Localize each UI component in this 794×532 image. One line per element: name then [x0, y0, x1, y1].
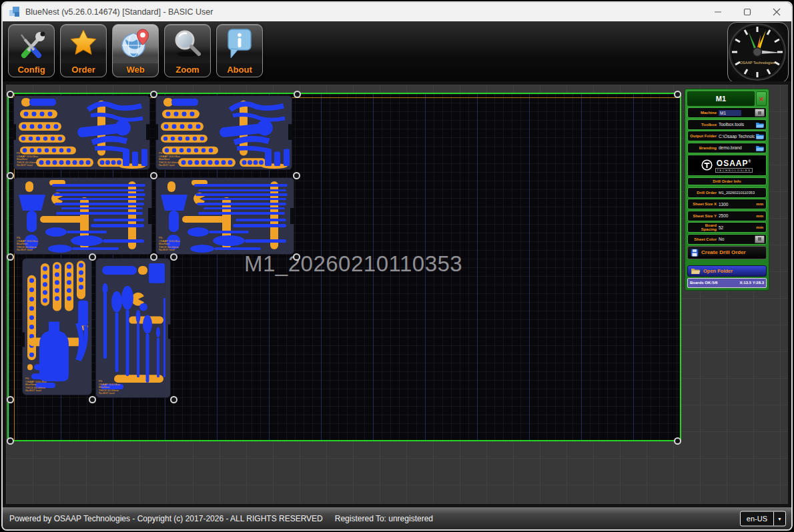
magnifier-icon: [172, 27, 203, 61]
foam-board-2[interactable]: P6:OSAAP 1010 BasBlueNestTHICK 60.00mmNo…: [155, 95, 292, 170]
minimize-button[interactable]: [703, 3, 733, 21]
zoom-button[interactable]: Zoom: [164, 24, 211, 77]
selection-handle[interactable]: [7, 172, 14, 179]
osaap-brand-logo: OSAAP® TECHNOLOGIES: [687, 155, 767, 176]
selection-handle[interactable]: [150, 253, 157, 261]
sheet-color-label: Sheet Color: [689, 237, 719, 241]
selection-handle[interactable]: [293, 172, 300, 179]
maximize-button[interactable]: [733, 3, 762, 21]
selection-handle[interactable]: [170, 396, 177, 403]
nesting-canvas[interactable]: P6:OSAAP 1010 BasBlueNestTHICK 60.00mmNo…: [6, 85, 788, 504]
floppy-disk-icon: [691, 249, 699, 257]
output-folder-row: Output Folder C:\Osaap Technologies: [687, 131, 767, 141]
zoom-label: Zoom: [165, 63, 210, 77]
selection-handle[interactable]: [674, 91, 681, 98]
main-area: P6:OSAAP 1010 BasBlueNestTHICK 60.00mmNo…: [3, 81, 791, 507]
foam-board-3[interactable]: P6:OSAAP 1010 BasBlueNestTHICK 60.00mmNo…: [13, 177, 152, 255]
board-meta-text: P6:OSAAP 1010 BasBlueNestTHICK 60.00mmNo…: [17, 152, 38, 167]
selection-handle[interactable]: [150, 172, 157, 179]
brand-sub: TECHNOLOGIES: [715, 168, 753, 173]
sheet-size-x-unit: mm: [755, 202, 765, 206]
close-icon: [773, 8, 781, 16]
create-drill-order-button[interactable]: Create Drill Order: [687, 246, 767, 259]
star-icon: [68, 27, 99, 61]
board-spacing-field[interactable]: 52: [719, 225, 755, 230]
selection-handle[interactable]: [7, 396, 14, 403]
board-spacing-row: Board Spacing 52 mm: [687, 222, 767, 233]
window-title: BlueNest (v5.26.0.14674) [Standard] - BA…: [25, 7, 213, 17]
web-button[interactable]: Web: [112, 24, 159, 77]
selection-handle[interactable]: [674, 437, 681, 445]
selection-handle[interactable]: [89, 396, 96, 403]
about-label: About: [217, 63, 262, 77]
selection-handle[interactable]: [294, 91, 301, 98]
copyright-text: Powered by OSAAP Technologies - Copyrigh…: [9, 514, 323, 523]
foam-board-5[interactable]: P6:OSAAP 1010 BasBlueNestTHICK 60.00mmNo…: [22, 258, 92, 395]
panel-title: M1: [687, 91, 755, 106]
branding-row: Branding demo.brand: [687, 143, 767, 153]
board-meta-text: P6:OSAAP 1010 BasBlueNestTHICK 60.00mmNo…: [25, 377, 47, 393]
panel-close-button[interactable]: ✕: [756, 91, 767, 106]
globe-pin-icon: [120, 27, 151, 61]
order-button[interactable]: Order: [60, 24, 107, 77]
boards-ok-status: Boards OK:5/6: [690, 281, 718, 285]
board-spacing-unit: mm: [755, 225, 765, 229]
sheet-color-row: Sheet Color No: [687, 234, 767, 245]
output-folder-browse-button[interactable]: [755, 133, 765, 139]
order-label: Order: [61, 63, 106, 77]
machine-row: Machine M1: [687, 107, 767, 118]
branding-browse-button[interactable]: [755, 145, 765, 151]
status-bar: Powered by OSAAP Technologies - Copyrigh…: [3, 507, 791, 529]
close-button[interactable]: [762, 3, 791, 21]
toolbox-label: Toolbox: [689, 123, 719, 127]
machine-select[interactable]: M1: [719, 110, 741, 116]
board-spacing-label: Board Spacing: [689, 223, 719, 231]
title-bar: BlueNest (v5.26.0.14674) [Standard] - BA…: [3, 3, 791, 21]
gauge-icon: OSAAP Technologies: [728, 23, 787, 81]
sheet-size-x-row: Sheet Size X 1300 mm: [687, 199, 767, 209]
toolbox-field[interactable]: Toolbox.tools: [719, 122, 755, 127]
about-button[interactable]: About: [216, 24, 263, 77]
minimize-icon: [714, 8, 722, 16]
selection-handle[interactable]: [150, 91, 157, 98]
maximize-icon: [743, 8, 751, 16]
open-folder-button[interactable]: Open Folder: [687, 265, 767, 277]
sheet-size-x-field[interactable]: 1300: [719, 202, 755, 207]
create-drill-order-label: Create Drill Order: [701, 249, 746, 255]
selection-handle[interactable]: [89, 253, 96, 261]
selection-handle[interactable]: [170, 253, 177, 261]
selection-handle[interactable]: [7, 253, 14, 261]
brand-registered: ®: [748, 159, 751, 163]
selection-handle[interactable]: [293, 253, 300, 261]
foam-board-1[interactable]: P6:OSAAP 1010 BasBlueNestTHICK 60.00mmNo…: [13, 95, 150, 170]
language-selector[interactable]: en-US ▼: [740, 511, 786, 526]
open-folder-icon: [691, 267, 701, 275]
board-meta-text: P6:OSAAP 1010 BasBlueNestTHICK 60.00mmNo…: [159, 152, 180, 167]
sheet-color-dropdown-button[interactable]: [755, 235, 765, 243]
output-folder-field[interactable]: C:\Osaap Technologies: [719, 134, 755, 139]
chevron-down-icon[interactable]: ▼: [773, 511, 785, 525]
sheet-color-select[interactable]: No: [719, 237, 755, 241]
selection-handle[interactable]: [7, 437, 14, 445]
selection-handle[interactable]: [7, 91, 14, 98]
foam-board-4[interactable]: P6:OSAAP 1010 BasBlueNestTHICK 60.00mmNo…: [155, 177, 294, 255]
machine-dropdown-button[interactable]: [755, 109, 765, 117]
app-icon: [9, 7, 20, 17]
board-meta-text: P6:OSAAP 1010 BasBlueNestTHICK 60.00mmNo…: [159, 237, 180, 252]
info-bubble-icon: [224, 27, 255, 61]
drill-order-field[interactable]: M1_20260210110353: [719, 191, 765, 195]
drill-order-watermark: M1_20260210110353: [244, 251, 462, 277]
sheet-size-y-field[interactable]: 2500: [719, 213, 755, 218]
config-button[interactable]: Config: [8, 24, 55, 77]
foam-board-6[interactable]: P6:OSAAP 1010 BasBlueNestTHICK 60.00mmNo…: [95, 258, 171, 398]
toolbox-browse-button[interactable]: [755, 121, 765, 128]
sheet-size-y-row: Sheet Size Y 2500 mm: [687, 211, 767, 221]
output-folder-label: Output Folder: [689, 134, 719, 138]
drill-order-label: Drill Order: [689, 191, 719, 195]
folder-icon: [755, 145, 764, 151]
branding-field[interactable]: demo.brand: [719, 145, 755, 150]
toolbox-row: Toolbox Toolbox.tools: [687, 119, 767, 130]
app-window: BlueNest (v5.26.0.14674) [Standard] - BA…: [1, 1, 793, 531]
board-meta-text: P6:OSAAP 1010 BasBlueNestTHICK 60.00mmNo…: [17, 237, 38, 252]
config-label: Config: [9, 63, 54, 77]
